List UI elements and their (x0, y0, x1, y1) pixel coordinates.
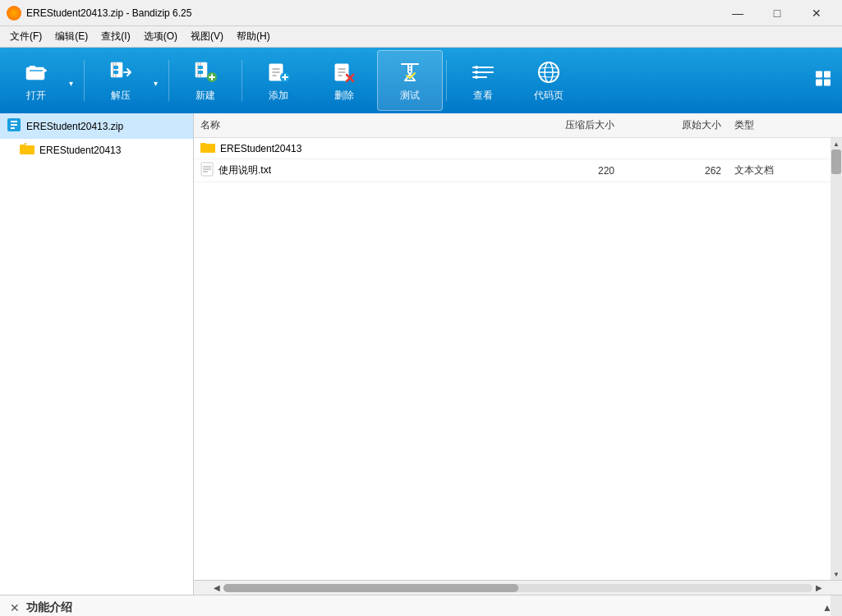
add-button[interactable]: 添加 (246, 50, 311, 111)
svg-rect-29 (816, 80, 822, 86)
file-list-vscrollbar[interactable]: ▲ ▼ (830, 138, 842, 580)
menu-bar: 文件(F) 编辑(E) 查找(I) 选项(O) 视图(V) 帮助(H) (0, 26, 842, 48)
file-type-txt: 文本文档 (728, 161, 830, 180)
menu-view[interactable]: 视图(V) (184, 27, 230, 46)
col-header-original[interactable]: 原始大小 (621, 117, 728, 134)
left-item-folder[interactable]: EREStudent20413 (0, 139, 193, 161)
hscroll-thumb[interactable] (223, 584, 518, 592)
svg-rect-27 (816, 71, 822, 78)
open-btn-group: 打开 ▾ (3, 50, 81, 111)
minimize-button[interactable]: — (719, 2, 757, 25)
menu-find[interactable]: 查找(I) (94, 27, 136, 46)
file-type-folder (728, 146, 830, 151)
codepage-icon (536, 59, 562, 85)
separator-3 (242, 60, 242, 101)
menu-edit[interactable]: 编辑(E) (48, 27, 94, 46)
menu-options[interactable]: 选项(O) (137, 27, 184, 46)
file-compressed-folder (514, 146, 621, 151)
file-original-folder (621, 146, 728, 151)
add-icon (265, 59, 292, 85)
new-button[interactable]: 新建 (173, 50, 238, 111)
header-scrollbar-placeholder (830, 117, 842, 134)
folder-icon-list (200, 141, 215, 155)
col-header-compressed[interactable]: 压缩后大小 (514, 117, 621, 134)
svg-rect-6 (113, 71, 118, 74)
menu-help[interactable]: 帮助(H) (230, 27, 277, 46)
info-collapse-button[interactable]: ▲ (822, 602, 832, 614)
txt-icon-list (200, 162, 214, 179)
column-headers: 名称 压缩后大小 原始大小 类型 (194, 113, 842, 138)
open-button[interactable]: 打开 (3, 50, 69, 111)
col-header-type[interactable]: 类型 (728, 117, 830, 134)
svg-rect-34 (11, 127, 15, 129)
vscroll-track[interactable] (830, 149, 842, 568)
left-item-zip-label: EREStudent20413.zip (26, 121, 123, 132)
separator-1 (84, 60, 85, 101)
left-panel: EREStudent20413.zip EREStudent20413 (0, 113, 194, 595)
file-row-folder[interactable]: EREStudent20413 (194, 138, 830, 159)
svg-point-22 (475, 71, 478, 74)
left-item-zip[interactable]: EREStudent20413.zip (0, 113, 193, 139)
extract-dropdown[interactable]: ▾ (154, 50, 165, 111)
grid-view-button[interactable] (811, 67, 835, 95)
window-controls: — □ ✕ (719, 2, 835, 25)
window-title: EREStudent20413.zip - Bandizip 6.25 (26, 7, 719, 19)
info-vscrollbar[interactable] (830, 595, 842, 616)
view-label: 查看 (473, 89, 493, 103)
file-original-txt: 262 (621, 163, 728, 179)
svg-rect-33 (11, 124, 17, 126)
hscroll-track[interactable] (223, 584, 812, 592)
svg-rect-7 (196, 62, 207, 77)
open-icon (23, 59, 49, 85)
menu-file[interactable]: 文件(F) (3, 27, 48, 46)
delete-button[interactable]: 删除 (311, 50, 377, 111)
col-header-name[interactable]: 名称 (194, 117, 514, 134)
file-row-txt[interactable]: 使用说明.txt 220 262 文本文档 (194, 159, 830, 182)
maximize-button[interactable]: □ (758, 2, 796, 25)
hscroll-left-btn[interactable]: ◀ (210, 583, 223, 592)
extract-button[interactable]: 解压 (88, 50, 154, 111)
svg-rect-5 (113, 66, 118, 69)
delete-icon (331, 59, 357, 85)
svg-rect-30 (824, 80, 830, 86)
file-name-txt: 使用说明.txt (194, 159, 514, 182)
txt-name-text: 使用说明.txt (219, 163, 271, 177)
svg-rect-10 (198, 66, 203, 69)
vscroll-up-btn[interactable]: ▲ (830, 138, 842, 149)
file-list[interactable]: EREStudent20413 (194, 138, 830, 580)
info-panel-title: 功能介绍 (26, 600, 72, 615)
left-item-folder-label: EREStudent20413 (39, 145, 121, 156)
svg-point-23 (475, 76, 478, 79)
delete-label: 删除 (334, 89, 354, 103)
main-area: EREStudent20413.zip EREStudent20413 名称 压… (0, 113, 842, 595)
view-button[interactable]: 查看 (450, 50, 516, 111)
vscroll-thumb[interactable] (831, 149, 841, 174)
close-button[interactable]: ✕ (798, 2, 835, 25)
new-label: 新建 (196, 89, 215, 103)
open-label: 打开 (26, 89, 46, 103)
svg-rect-32 (11, 121, 17, 122)
title-bar: EREStudent20413.zip - Bandizip 6.25 — □ … (0, 0, 842, 26)
h-scrollbar[interactable]: ◀ ▶ (194, 580, 842, 595)
file-compressed-txt: 220 (514, 163, 621, 179)
svg-marker-1 (30, 66, 36, 67)
extract-icon (108, 59, 134, 85)
right-panel: 名称 压缩后大小 原始大小 类型 (194, 113, 842, 595)
vscroll-down-btn[interactable]: ▼ (830, 568, 842, 580)
file-name-folder: EREStudent20413 (194, 139, 514, 158)
extract-label: 解压 (111, 89, 131, 103)
test-icon (397, 59, 423, 85)
info-close-button[interactable]: ✕ (10, 601, 20, 614)
svg-point-21 (475, 66, 478, 69)
svg-rect-28 (824, 71, 830, 78)
test-button[interactable]: 测试 (377, 50, 443, 111)
add-label: 添加 (269, 89, 288, 103)
folder-name-text: EREStudent20413 (220, 143, 301, 154)
file-list-container: EREStudent20413 (194, 138, 842, 580)
open-dropdown[interactable]: ▾ (69, 50, 81, 111)
svg-rect-2 (111, 62, 122, 77)
hscroll-right-btn[interactable]: ▶ (812, 583, 826, 592)
svg-rect-11 (198, 71, 203, 74)
codepage-button[interactable]: 代码页 (516, 50, 582, 111)
app-icon (7, 6, 21, 21)
